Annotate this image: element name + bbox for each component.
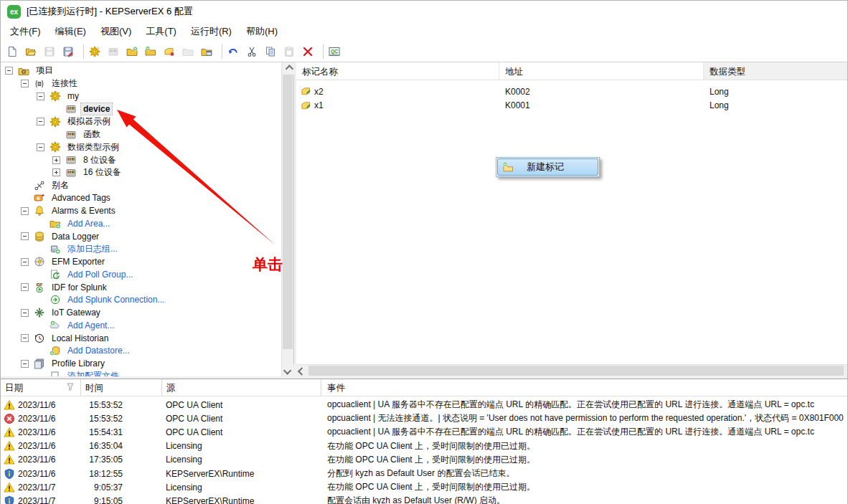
tree-expander-minus[interactable] xyxy=(21,334,29,342)
toolbar-new-tag-group-button[interactable] xyxy=(125,43,143,60)
tree-item-16[interactable]: Add Poll Group... xyxy=(1,268,281,281)
log-column-source[interactable]: 源 xyxy=(162,379,321,396)
tree-item-label[interactable]: 添加配置文件 xyxy=(65,369,121,376)
tree-expander-minus[interactable] xyxy=(21,207,29,215)
title-bar[interactable]: ex [已连接到运行时] - KEPServerEX 6 配置 xyxy=(1,1,847,22)
tree-item-24[interactable]: 添加配置文件 xyxy=(1,370,281,376)
tree-item-5[interactable]: 函数 xyxy=(1,128,281,141)
toolbar-quick-client-button[interactable]: QC xyxy=(327,43,346,60)
tree-item-label[interactable]: Add Splunk Connection... xyxy=(65,294,166,305)
log-row-0[interactable]: 2023/11/615:53:52OPC UA Clientopcuaclien… xyxy=(1,398,847,412)
tree-item-21[interactable]: Local Historian xyxy=(1,332,281,345)
log-row-6[interactable]: 2023/11/79:05:37Licensing在功能 OPC UA Clie… xyxy=(1,480,847,494)
tree-expander-minus[interactable] xyxy=(37,143,44,151)
toolbar-properties-button[interactable] xyxy=(199,43,218,60)
tree-item-0[interactable]: 项目 xyxy=(1,65,281,77)
log-column-date[interactable]: 日期 xyxy=(1,379,81,396)
scroll-up-arrow-icon[interactable] xyxy=(282,62,294,75)
efm-exporter-icon xyxy=(34,256,45,267)
tree-item-17[interactable]: IDFIDF for Splunk xyxy=(1,281,281,294)
new-tag-folder-icon xyxy=(145,46,156,57)
log-row-3[interactable]: 2023/11/616:35:04Licensing在功能 OPC UA Cli… xyxy=(1,439,847,453)
tag-list-horizontal-scrollbar[interactable] xyxy=(296,364,847,376)
toolbar-new-tag-folder-button[interactable] xyxy=(143,43,162,60)
tree-expander-plus[interactable] xyxy=(52,168,60,176)
menu-item-1[interactable]: 编辑(E) xyxy=(48,23,93,40)
tree-expander-minus[interactable] xyxy=(21,283,29,291)
context-menu-item-new-tag[interactable]: 新建标记 xyxy=(497,158,598,176)
toolbar-delete-button[interactable] xyxy=(301,43,319,60)
toolbar-save-project-button[interactable] xyxy=(42,43,61,60)
toolbar-new-tag-button[interactable] xyxy=(162,43,181,60)
tree-item-3[interactable]: device xyxy=(1,103,281,115)
toolbar-folder-button[interactable] xyxy=(181,43,199,60)
scroll-down-arrow-icon[interactable] xyxy=(282,364,294,376)
log-column-time[interactable]: 时间 xyxy=(81,379,162,396)
tree-item-9[interactable]: 别名 xyxy=(1,179,281,192)
tree-item-label[interactable]: Add Agent... xyxy=(65,320,116,331)
tree-expander-minus[interactable] xyxy=(5,67,13,75)
menu-item-2[interactable]: 视图(V) xyxy=(93,23,138,40)
tree-expander-minus[interactable] xyxy=(21,360,29,368)
scroll-thumb[interactable] xyxy=(283,75,293,349)
tree-item-15[interactable]: EFM Exporter xyxy=(1,255,281,268)
column-header-tag-name[interactable]: 标记名称 xyxy=(296,62,499,80)
menu-item-3[interactable]: 工具(T) xyxy=(138,23,184,40)
data-logger-icon xyxy=(34,231,45,242)
column-header-data-type[interactable]: 数据类型 xyxy=(704,62,847,80)
tree-item-22[interactable]: Add Datastore... xyxy=(1,345,281,358)
advanced-tags-icon: A+ xyxy=(34,192,45,204)
column-header-address[interactable]: 地址 xyxy=(499,62,704,80)
tag-row-x2[interactable]: x2K0002Long xyxy=(296,85,847,99)
log-row-7[interactable]: 2023/11/79:15:05KEPServerEX\Runtime配置会话由… xyxy=(1,494,847,504)
menu-item-5[interactable]: 帮助(H) xyxy=(239,23,285,40)
tree-expander-minus[interactable] xyxy=(21,309,29,317)
tree-item-13[interactable]: Data Logger xyxy=(1,230,281,243)
tag-address: K0001 xyxy=(499,100,704,110)
tree-item-19[interactable]: IoT Gateway xyxy=(1,306,281,319)
tree-item-23[interactable]: Profile Library xyxy=(1,357,281,370)
tree-item-20[interactable]: Add Agent... xyxy=(1,319,281,332)
tree-item-11[interactable]: Alarms & Events xyxy=(1,204,281,217)
tree-item-12[interactable]: Add Area... xyxy=(1,217,281,230)
tree-expander-minus[interactable] xyxy=(21,258,29,266)
log-row-5[interactable]: 2023/11/618:12:55KEPServerEX\Runtime分配到 … xyxy=(1,467,847,480)
tree-item-8[interactable]: 16 位设备 xyxy=(1,166,281,179)
scroll-left-arrow-icon[interactable] xyxy=(296,365,308,377)
tree-item-10[interactable]: A+Advanced Tags xyxy=(1,192,281,205)
tree-expander-minus[interactable] xyxy=(37,118,44,125)
log-column-event[interactable]: 事件 xyxy=(321,379,847,396)
log-row-4[interactable]: 2023/11/617:35:05Licensing在功能 OPC UA Cli… xyxy=(1,453,847,467)
tree-item-7[interactable]: 8 位设备 xyxy=(1,153,281,166)
tree-vertical-scrollbar[interactable] xyxy=(281,62,293,376)
tag-row-x1[interactable]: x1K0001Long xyxy=(296,99,847,113)
log-row-2[interactable]: 2023/11/615:54:31OPC UA Clientopcuaclien… xyxy=(1,425,847,439)
tree-item-6[interactable]: 数据类型示例 xyxy=(1,141,281,154)
log-row-1[interactable]: 2023/11/615:53:52OPC UA Clientopcuaclien… xyxy=(1,412,847,425)
tree-item-label[interactable]: Add Poll Group... xyxy=(65,269,135,280)
scroll-thumb[interactable] xyxy=(308,366,844,376)
tree-expander-minus[interactable] xyxy=(21,80,29,87)
toolbar-new-project-button[interactable] xyxy=(5,43,24,60)
tree-item-18[interactable]: Add Splunk Connection... xyxy=(1,294,281,307)
tree-item-label[interactable]: Add Area... xyxy=(65,218,112,229)
toolbar-undo-button[interactable] xyxy=(226,43,245,60)
toolbar-new-device-button[interactable] xyxy=(106,43,125,60)
toolbar-cut-button[interactable] xyxy=(245,43,263,60)
toolbar-save-as-button[interactable] xyxy=(61,43,80,60)
tree-expander-minus[interactable] xyxy=(37,92,44,100)
tree-item-label[interactable]: 添加日志组... xyxy=(65,242,120,256)
menu-item-4[interactable]: 运行时(R) xyxy=(184,23,239,40)
menu-item-0[interactable]: 文件(F) xyxy=(3,23,48,40)
tree-expander-minus[interactable] xyxy=(21,232,29,240)
tree-item-14[interactable]: 添加日志组... xyxy=(1,243,281,256)
tree-item-1[interactable]: 连接性 xyxy=(1,77,281,90)
tree-item-2[interactable]: my xyxy=(1,90,281,103)
toolbar-open-project-button[interactable] xyxy=(24,43,42,60)
tree-item-4[interactable]: 模拟器示例 xyxy=(1,115,281,128)
tree-item-label[interactable]: Add Datastore... xyxy=(65,345,132,356)
tree-expander-plus[interactable] xyxy=(52,156,60,164)
toolbar-paste-button[interactable] xyxy=(282,43,301,60)
toolbar-new-channel-button[interactable] xyxy=(88,43,106,60)
toolbar-copy-button[interactable] xyxy=(263,43,282,60)
